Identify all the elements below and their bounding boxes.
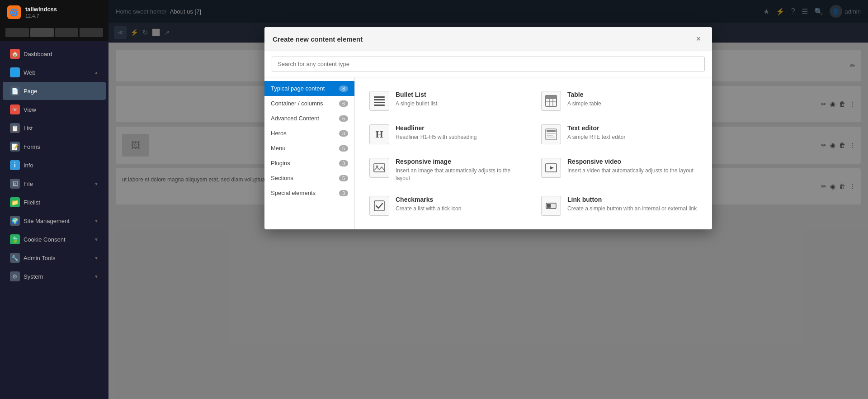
category-plugins-badge: 3 xyxy=(339,160,348,166)
headliner-icon: H xyxy=(369,124,389,144)
headliner-name: Headliner xyxy=(396,124,526,132)
sidebar-item-forms[interactable]: 📝 Forms xyxy=(3,138,106,156)
modal-close-button[interactable]: × xyxy=(693,33,704,44)
responsive-image-info: Responsive image Insert an image that au… xyxy=(396,158,526,182)
responsive-image-icon xyxy=(369,158,389,178)
modal-category-typical[interactable]: Typical page content 8 xyxy=(264,81,354,96)
headliner-info: Headliner Headliner H1-H5 with subheadin… xyxy=(396,124,526,141)
grid-icon-4 xyxy=(80,28,103,37)
grid-icon-3 xyxy=(55,28,79,37)
sidebar-item-filelist-label: Filelist xyxy=(24,199,40,206)
modal-category-container[interactable]: Container / columns 6 xyxy=(264,96,354,111)
category-heros-label: Heros xyxy=(271,130,287,137)
table-icon xyxy=(541,91,561,111)
text-editor-desc: A simple RTE text editor xyxy=(567,133,698,141)
sidebar-item-file[interactable]: 🖼 File ▼ xyxy=(3,175,106,193)
sidebar-item-system-label: System xyxy=(24,273,43,280)
chevron-down-icon-system: ▼ xyxy=(94,274,99,279)
category-menu-label: Menu xyxy=(271,145,286,152)
text-editor-name: Text editor xyxy=(567,124,698,132)
svg-rect-0 xyxy=(374,96,385,98)
content-item-bullet-list[interactable]: Bullet List A single bullet list. xyxy=(362,85,533,117)
checkmarks-icon xyxy=(369,196,389,216)
create-content-modal: Create new content element × Typical pag… xyxy=(264,27,712,229)
sidebar-item-list[interactable]: 📋 List xyxy=(3,119,106,137)
responsive-image-desc: Insert an image that automatically adjus… xyxy=(396,167,526,182)
content-item-headliner[interactable]: H Headliner Headliner H1-H5 with subhead… xyxy=(362,118,533,151)
category-sections-badge: 5 xyxy=(339,175,348,181)
sidebar-item-admin-tools[interactable]: 🔧 Admin Tools ▼ xyxy=(3,249,106,267)
text-editor-icon xyxy=(541,124,561,144)
category-special-label: Special elements xyxy=(271,190,316,196)
sidebar-item-site-management[interactable]: 🌍 Site Management ▼ xyxy=(3,212,106,230)
sidebar-item-forms-label: Forms xyxy=(24,143,40,150)
sidebar-item-info[interactable]: i Info xyxy=(3,156,106,174)
modal-category-menu[interactable]: Menu 5 xyxy=(264,141,354,156)
sidebar-item-dashboard[interactable]: 🏠 Dashboard xyxy=(3,45,106,63)
modal-overlay: Create new content element × Typical pag… xyxy=(108,0,868,399)
svg-rect-9 xyxy=(546,95,557,99)
content-item-responsive-video[interactable]: Responsive video Insert a video that aut… xyxy=(534,152,705,189)
responsive-video-icon xyxy=(541,158,561,178)
modal-category-sections[interactable]: Sections 5 xyxy=(264,171,354,185)
svg-rect-14 xyxy=(547,137,555,138)
table-info: Table A simple table. xyxy=(567,91,698,108)
sidebar-item-filelist[interactable]: 📁 Filelist xyxy=(3,193,106,211)
svg-rect-12 xyxy=(547,133,556,134)
svg-rect-2 xyxy=(374,102,385,103)
sidebar-item-cookie-consent[interactable]: 🍃 Cookie Consent ▼ xyxy=(3,230,106,248)
svg-rect-15 xyxy=(374,164,385,172)
sidebar-item-web[interactable]: 🌐 Web ▲ xyxy=(3,63,106,81)
chevron-down-icon: ▲ xyxy=(94,70,99,75)
modal-category-heros[interactable]: Heros 3 xyxy=(264,126,354,141)
grid-icon-2 xyxy=(30,28,54,37)
content-item-responsive-image[interactable]: Responsive image Insert an image that au… xyxy=(362,152,533,189)
sidebar-item-file-label: File xyxy=(24,180,33,187)
sidebar-item-web-label: Web xyxy=(24,69,36,76)
grid-icon-1 xyxy=(5,28,29,37)
table-name: Table xyxy=(567,91,698,98)
sidebar-logo: 🌀 xyxy=(7,5,21,19)
category-special-badge: 3 xyxy=(339,190,348,196)
sidebar-item-view[interactable]: 👁 View xyxy=(3,100,106,119)
chevron-down-icon-admin: ▼ xyxy=(94,256,99,261)
sidebar-item-info-label: Info xyxy=(24,162,33,169)
content-item-checkmarks[interactable]: Checkmarks Create a list with a tick ico… xyxy=(362,190,533,222)
sidebar-item-list-label: List xyxy=(24,125,33,132)
responsive-video-info: Responsive video Insert a video that aut… xyxy=(567,158,698,175)
modal-content-grid: Bullet List A single bullet list. xyxy=(355,77,712,229)
category-container-badge: 6 xyxy=(339,100,348,107)
responsive-video-name: Responsive video xyxy=(567,158,698,165)
category-typical-label: Typical page content xyxy=(271,85,325,92)
table-desc: A simple table. xyxy=(567,100,698,108)
link-button-desc: Create a simple button with an internal … xyxy=(567,205,698,213)
sidebar-item-page[interactable]: 📄 Page xyxy=(3,82,106,100)
category-container-label: Container / columns xyxy=(271,100,323,107)
sidebar-item-system[interactable]: ⚙ System ▼ xyxy=(3,267,106,285)
content-item-table[interactable]: Table A simple table. xyxy=(534,85,705,117)
content-item-text-editor[interactable]: Text editor A simple RTE text editor xyxy=(534,118,705,151)
modal-header: Create new content element × xyxy=(264,27,712,51)
category-advanced-badge: 5 xyxy=(339,115,348,122)
category-advanced-label: Advanced Content xyxy=(271,115,319,122)
modal-category-special[interactable]: Special elements 3 xyxy=(264,185,354,200)
svg-rect-1 xyxy=(374,99,385,100)
bullet-list-info: Bullet List A single bullet list. xyxy=(396,91,526,108)
content-item-link-button[interactable]: Link button Create a simple button with … xyxy=(534,190,705,222)
sidebar-app-version: 12.4.7 xyxy=(25,13,57,19)
modal-search-input[interactable] xyxy=(272,57,705,71)
sidebar-item-page-label: Page xyxy=(24,88,37,95)
chevron-down-icon-cookie: ▼ xyxy=(94,237,99,242)
modal-category-advanced[interactable]: Advanced Content 5 xyxy=(264,111,354,126)
checkmarks-name: Checkmarks xyxy=(396,196,526,203)
svg-rect-3 xyxy=(374,104,385,106)
category-sections-label: Sections xyxy=(271,175,293,181)
modal-category-list: Typical page content 8 Container / colum… xyxy=(264,77,355,229)
modal-category-plugins[interactable]: Plugins 3 xyxy=(264,156,354,171)
modal-body: Typical page content 8 Container / colum… xyxy=(264,77,712,229)
link-button-info: Link button Create a simple button with … xyxy=(567,196,698,213)
sidebar-header: 🌀 tailwindcss 12.4.7 xyxy=(0,0,108,24)
category-heros-badge: 3 xyxy=(339,130,348,137)
sidebar-nav: 🏠 Dashboard 🌐 Web ▲ 📄 Page 👁 xyxy=(0,41,108,399)
chevron-down-icon-file: ▼ xyxy=(94,181,99,186)
